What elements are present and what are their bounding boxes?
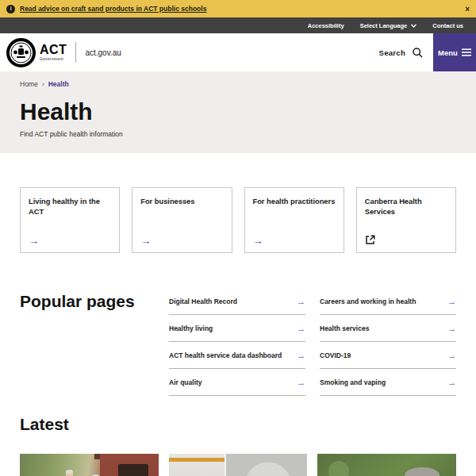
header-divider	[75, 42, 76, 63]
card-title: For businesses	[140, 197, 223, 207]
arrow-right-icon: →	[140, 236, 151, 246]
arrow-right-icon: →	[297, 324, 305, 333]
logo-text: ACT Government	[40, 44, 67, 61]
page: i Read advice on craft sand products in …	[0, 0, 476, 476]
card-title: Living healthy in the ACT	[29, 197, 111, 217]
arrow-right-icon: →	[297, 378, 305, 387]
link-act-health-data-dashboard[interactable]: ACT health service data dashboard →	[169, 342, 305, 369]
link-careers-in-health[interactable]: Careers and working in health →	[320, 288, 456, 315]
card-health-practitioners[interactable]: For health practitioners →	[244, 187, 344, 253]
menu-label: Menu	[438, 48, 458, 57]
popular-links-grid: Digital Health Record → Healthy living →…	[169, 288, 456, 396]
hero-section: Home › Health Health Find ACT public hea…	[0, 71, 476, 153]
alert-link[interactable]: Read advice on craft sand products in AC…	[20, 5, 206, 13]
card-living-healthy[interactable]: Living healthy in the ACT →	[20, 187, 120, 253]
site-header: ACT Government act.gov.au Search Menu	[0, 33, 476, 71]
popular-pages-heading: Popular pages	[20, 288, 169, 396]
chevron-down-icon	[411, 24, 416, 28]
arrow-right-icon: →	[447, 378, 456, 387]
link-label: Digital Health Record	[169, 298, 237, 305]
page-title: Health	[20, 100, 456, 124]
info-icon: i	[6, 5, 15, 13]
popular-column-2: Careers and working in health → Health s…	[320, 288, 456, 396]
external-link-icon	[365, 235, 375, 245]
logo-acronym: ACT	[40, 44, 67, 56]
arrow-right-icon: →	[253, 236, 263, 246]
menu-button[interactable]: Menu	[433, 33, 476, 71]
act-crest-icon	[6, 38, 36, 67]
arrow-right-icon: →	[447, 324, 456, 333]
select-language-label: Select Language	[360, 22, 408, 29]
arrow-right-icon: →	[297, 351, 305, 360]
link-label: Health services	[320, 324, 369, 332]
link-label: COVID-19	[320, 351, 351, 359]
latest-article-image-couple-outdoors[interactable]	[20, 454, 159, 476]
search-button[interactable]: Search	[379, 48, 424, 58]
alert-banner: i Read advice on craft sand products in …	[0, 0, 476, 17]
link-label: Healthy living	[169, 324, 213, 332]
latest-article-image-health-clinic[interactable]	[169, 454, 308, 476]
latest-cards	[20, 454, 456, 476]
header-right: Search Menu	[379, 33, 476, 71]
card-canberra-health-services[interactable]: Canberra Health Services	[356, 187, 456, 253]
quick-link-cards: Living healthy in the ACT → For business…	[20, 187, 456, 253]
popular-pages-section: Popular pages Digital Health Record → He…	[20, 288, 456, 396]
link-health-services[interactable]: Health services →	[320, 315, 456, 342]
breadcrumb: Home › Health	[20, 71, 456, 88]
breadcrumb-separator: ›	[42, 80, 44, 88]
link-digital-health-record[interactable]: Digital Health Record →	[169, 288, 305, 315]
close-icon[interactable]: ×	[465, 5, 470, 13]
arrow-right-icon: →	[29, 236, 39, 246]
popular-column-1: Digital Health Record → Healthy living →…	[169, 288, 305, 396]
arrow-right-icon: →	[447, 351, 456, 360]
card-title: Canberra Health Services	[365, 197, 447, 217]
hamburger-icon	[462, 48, 471, 56]
arrow-right-icon: →	[297, 297, 305, 306]
breadcrumb-current[interactable]: Health	[48, 80, 69, 88]
link-air-quality[interactable]: Air quality →	[169, 369, 305, 396]
link-label: Air quality	[169, 378, 202, 386]
latest-article-image-child-in-hat[interactable]	[317, 454, 456, 476]
main-content: Living healthy in the ACT → For business…	[0, 187, 476, 476]
site-name: act.gov.au	[85, 48, 121, 57]
link-label: Careers and working in health	[320, 298, 416, 305]
card-title: For health practitioners	[253, 197, 336, 207]
link-healthy-living[interactable]: Healthy living →	[169, 315, 305, 342]
breadcrumb-home[interactable]: Home	[20, 80, 38, 88]
link-smoking-and-vaping[interactable]: Smoking and vaping →	[320, 369, 456, 396]
page-subtitle: Find ACT public health information	[20, 130, 456, 138]
link-covid-19[interactable]: COVID-19 →	[320, 342, 456, 369]
link-label: Smoking and vaping	[320, 378, 386, 386]
link-label: ACT health service data dashboard	[169, 351, 282, 359]
search-icon	[413, 48, 423, 58]
utility-accessibility[interactable]: Accessibility	[300, 22, 352, 29]
latest-heading: Latest	[20, 415, 456, 434]
logo-subtext: Government	[40, 57, 67, 61]
act-government-logo[interactable]: ACT Government	[0, 38, 67, 67]
arrow-right-icon: →	[447, 297, 456, 306]
search-label: Search	[379, 48, 406, 57]
utility-nav: Accessibility Select Language Contact us	[0, 17, 476, 33]
utility-contact-us[interactable]: Contact us	[424, 22, 471, 29]
card-for-businesses[interactable]: For businesses →	[132, 187, 232, 253]
utility-select-language[interactable]: Select Language	[352, 22, 425, 29]
